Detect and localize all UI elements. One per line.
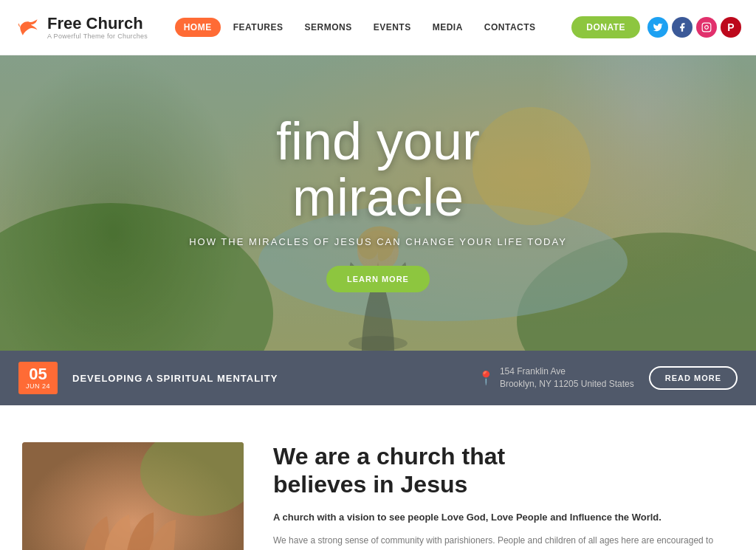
read-more-button[interactable]: READ MORE (649, 366, 738, 390)
event-month: Jun 24 (26, 382, 50, 390)
logo-title: Free Church (47, 15, 148, 32)
header-right: DONATE P (571, 16, 741, 38)
event-location: 📍 154 Franklin Ave Brooklyn, NY 11205 Un… (478, 365, 634, 391)
hero-title: find your miracle (189, 114, 567, 225)
site-header: Free Church A Powerful Theme for Churche… (0, 0, 756, 55)
hero-subtitle: HOW THE MIRACLES OF JESUS CAN CHANGE YOU… (189, 236, 567, 247)
hands-visual (22, 442, 244, 550)
event-location-text: 154 Franklin Ave Brooklyn, NY 11205 Unit… (500, 365, 634, 391)
pinterest-icon[interactable]: P (721, 17, 741, 38)
nav-features[interactable]: FEATURES (224, 18, 292, 37)
twitter-icon[interactable] (647, 17, 668, 38)
logo[interactable]: Free Church A Powerful Theme for Churche… (15, 14, 148, 41)
nav-contacts[interactable]: CONTACTS (475, 18, 545, 37)
main-nav: HOME FEATURES SERMONS EVENTS MEDIA CONTA… (175, 18, 545, 37)
nav-sermons[interactable]: SERMONS (295, 18, 360, 37)
hero-section: find your miracle HOW THE MIRACLES OF JE… (0, 55, 756, 351)
nav-media[interactable]: MEDIA (424, 18, 472, 37)
about-body-text: We have a strong sense of community with… (273, 533, 734, 550)
event-day: 05 (26, 366, 50, 382)
event-title: DEVELOPING A SPIRITUAL MENTALITY (72, 373, 463, 384)
about-section: We are a church that believes in Jesus A… (0, 405, 756, 550)
about-content: We are a church that believes in Jesus A… (273, 442, 734, 550)
about-title: We are a church that believes in Jesus (273, 442, 734, 499)
svg-rect-0 (702, 23, 711, 32)
dove-icon (15, 14, 41, 41)
learn-more-button[interactable]: LEARN MORE (326, 266, 430, 292)
social-icons: P (647, 17, 741, 38)
donate-button[interactable]: DONATE (571, 16, 640, 38)
facebook-icon[interactable] (672, 17, 693, 38)
hero-content: find your miracle HOW THE MIRACLES OF JE… (189, 114, 567, 292)
event-banner: 05 Jun 24 DEVELOPING A SPIRITUAL MENTALI… (0, 351, 756, 405)
logo-text: Free Church A Powerful Theme for Churche… (47, 15, 148, 40)
event-date: 05 Jun 24 (18, 362, 58, 394)
instagram-icon[interactable] (696, 17, 717, 38)
logo-subtitle: A Powerful Theme for Churches (47, 32, 148, 40)
about-bold-text: A church with a vision to see people Lov… (273, 510, 734, 525)
nav-home[interactable]: HOME (175, 18, 221, 37)
nav-events[interactable]: EVENTS (365, 18, 420, 37)
hands-svg (22, 442, 244, 550)
about-image (22, 442, 244, 550)
location-pin-icon: 📍 (478, 370, 494, 386)
